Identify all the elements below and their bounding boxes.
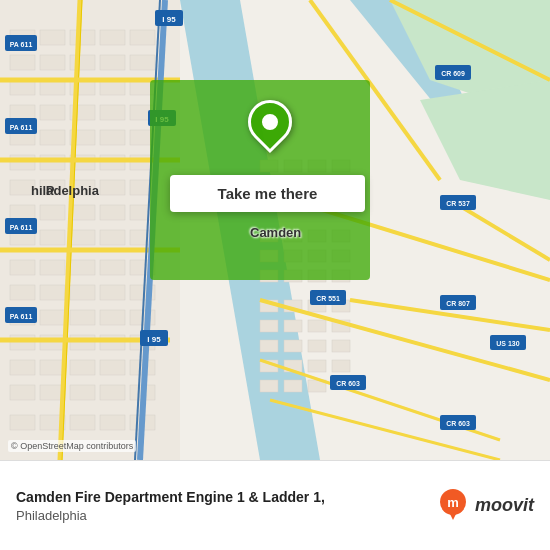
svg-rect-125	[332, 360, 350, 372]
svg-rect-84	[100, 415, 125, 430]
svg-rect-15	[130, 55, 155, 70]
svg-rect-63	[70, 310, 95, 325]
svg-rect-62	[40, 310, 65, 325]
svg-rect-53	[70, 260, 95, 275]
svg-rect-115	[284, 320, 302, 332]
svg-rect-57	[40, 285, 65, 300]
camden-map-label: Camden	[250, 225, 301, 240]
location-subtitle: Philadelphia	[16, 508, 435, 523]
svg-text:CR 537: CR 537	[446, 200, 470, 207]
svg-text:m: m	[447, 495, 459, 510]
svg-rect-59	[100, 285, 125, 300]
svg-rect-47	[40, 230, 65, 245]
footer-bar: Camden Fire Department Engine 1 & Ladder…	[0, 460, 550, 550]
svg-text:I 95: I 95	[162, 15, 176, 24]
take-me-there-button[interactable]: Take me there	[170, 175, 365, 212]
svg-rect-10	[130, 30, 155, 45]
svg-rect-56	[10, 285, 35, 300]
svg-rect-58	[70, 285, 95, 300]
svg-rect-78	[70, 385, 95, 400]
svg-rect-13	[70, 55, 95, 70]
svg-rect-127	[284, 380, 302, 392]
map-container: I 95 I 95 I 95 PA 611 PA 611 PA 611 PA 6…	[0, 0, 550, 460]
svg-rect-124	[308, 360, 326, 372]
svg-text:P: P	[46, 183, 55, 198]
svg-rect-114	[260, 320, 278, 332]
svg-text:CR 551: CR 551	[316, 295, 340, 302]
svg-rect-7	[40, 30, 65, 45]
svg-text:PA 611: PA 611	[10, 224, 33, 231]
svg-rect-11	[10, 55, 35, 70]
svg-rect-14	[100, 55, 125, 70]
svg-rect-29	[100, 130, 125, 145]
svg-text:hiladelphia: hiladelphia	[31, 183, 100, 198]
svg-rect-79	[100, 385, 125, 400]
svg-text:PA 611: PA 611	[10, 41, 33, 48]
svg-text:CR 609: CR 609	[441, 70, 465, 77]
location-pin	[248, 100, 292, 155]
svg-rect-74	[100, 360, 125, 375]
moovit-logo: m moovit	[435, 488, 534, 524]
svg-rect-8	[70, 30, 95, 45]
svg-text:CR 603: CR 603	[336, 380, 360, 387]
svg-text:CR 603: CR 603	[446, 420, 470, 427]
svg-rect-27	[40, 130, 65, 145]
svg-rect-39	[100, 180, 125, 195]
svg-rect-121	[332, 340, 350, 352]
svg-rect-9	[100, 30, 125, 45]
svg-text:PA 611: PA 611	[10, 124, 33, 131]
svg-rect-71	[10, 360, 35, 375]
svg-rect-24	[100, 105, 125, 120]
svg-rect-43	[70, 205, 95, 220]
moovit-logo-icon: m	[435, 488, 471, 524]
svg-rect-83	[70, 415, 95, 430]
svg-rect-12	[40, 55, 65, 70]
moovit-text: moovit	[475, 495, 534, 516]
svg-text:US 130: US 130	[496, 340, 519, 347]
svg-rect-52	[40, 260, 65, 275]
svg-rect-81	[10, 415, 35, 430]
svg-rect-126	[260, 380, 278, 392]
svg-rect-21	[10, 105, 35, 120]
svg-text:I 95: I 95	[147, 335, 161, 344]
footer-text: Camden Fire Department Engine 1 & Ladder…	[16, 488, 435, 523]
svg-rect-41	[10, 205, 35, 220]
svg-rect-116	[308, 320, 326, 332]
svg-rect-54	[100, 260, 125, 275]
svg-rect-49	[100, 230, 125, 245]
svg-rect-48	[70, 230, 95, 245]
svg-rect-22	[40, 105, 65, 120]
svg-rect-120	[308, 340, 326, 352]
svg-text:CR 807: CR 807	[446, 300, 470, 307]
svg-rect-118	[260, 340, 278, 352]
svg-rect-76	[10, 385, 35, 400]
svg-marker-179	[449, 512, 457, 520]
svg-rect-73	[70, 360, 95, 375]
svg-text:PA 611: PA 611	[10, 313, 33, 320]
svg-rect-44	[100, 205, 125, 220]
svg-rect-64	[100, 310, 125, 325]
location-title: Camden Fire Department Engine 1 & Ladder…	[16, 488, 435, 506]
svg-rect-51	[10, 260, 35, 275]
svg-rect-119	[284, 340, 302, 352]
svg-rect-72	[40, 360, 65, 375]
osm-attribution: © OpenStreetMap contributors	[8, 440, 136, 452]
svg-rect-42	[40, 205, 65, 220]
